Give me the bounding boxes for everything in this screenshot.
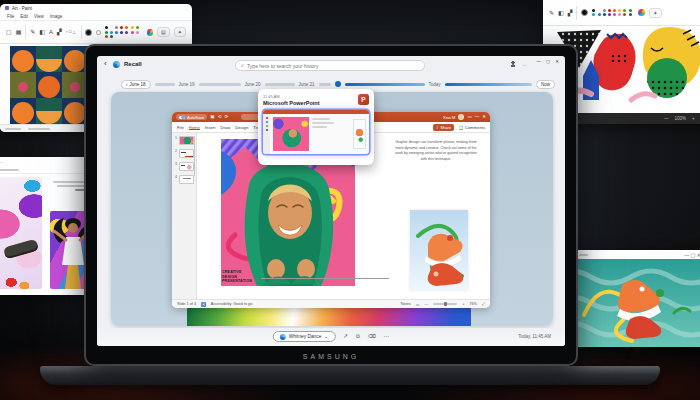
more-options-button[interactable]: ⋯ (384, 334, 390, 340)
slide-title-text[interactable]: CREATIVE DESIGN PRESENTATION (222, 270, 252, 284)
color-swatch[interactable] (608, 13, 611, 16)
zoom-in-icon[interactable]: + (692, 116, 695, 121)
color-swatch[interactable] (613, 13, 616, 16)
color-swatch[interactable] (629, 9, 632, 12)
color-swatch[interactable] (613, 9, 616, 12)
save-icon[interactable]: ▣ (210, 115, 214, 120)
color-swatch[interactable] (125, 26, 128, 29)
view-icons[interactable]: ▭ (416, 302, 420, 307)
shapes-tool-icon[interactable]: ○□△ (66, 30, 77, 34)
color-swatch[interactable] (115, 26, 118, 29)
copilot-button[interactable]: ✦ (174, 27, 186, 37)
color-swatch[interactable] (592, 13, 595, 16)
comments-button[interactable]: ❑ Comments (459, 125, 485, 130)
pencil-tool-icon[interactable]: ✎ (549, 10, 554, 16)
open-in-app-button[interactable]: ↗ (343, 334, 348, 340)
menu-file[interactable]: File (7, 14, 14, 19)
menu-image[interactable]: Image (50, 14, 63, 19)
color-swatch[interactable] (105, 26, 108, 29)
color-swatch[interactable] (105, 35, 108, 38)
slide-thumbnail-2[interactable]: 2 (175, 149, 194, 158)
tab-home[interactable]: Home (189, 125, 200, 130)
slide-body-text[interactable]: Graphic design can transform photos, mak… (394, 140, 478, 162)
copy-button[interactable]: ⧉ (356, 334, 360, 340)
timeline-segment[interactable] (265, 83, 295, 86)
brush-tool-icon[interactable]: ▞ (57, 29, 62, 35)
maximize-button[interactable]: ▢ (546, 59, 550, 64)
color-swatch[interactable] (598, 9, 601, 12)
zoom-level[interactable]: 76% (469, 302, 477, 306)
copilot-button[interactable]: ✦ (649, 8, 661, 18)
share-button[interactable]: ⤴ Share (433, 124, 454, 131)
color-swatch[interactable] (592, 9, 595, 12)
snapshot-popup-card[interactable]: 11:45 AM Microsoft PowerPoint P (258, 89, 374, 165)
accessibility-status[interactable]: Accessibility: Good to go (211, 302, 253, 306)
minimize-button[interactable]: — (536, 59, 541, 64)
sneaker-image[interactable] (410, 210, 468, 290)
pencil-tool-icon[interactable]: ✎ (30, 29, 35, 35)
zoom-slider[interactable] (433, 303, 457, 305)
color-swatch[interactable] (623, 9, 626, 12)
color-swatch[interactable] (120, 26, 123, 29)
fill-tool-icon[interactable]: ◧ (558, 10, 564, 16)
fit-slide-icon[interactable]: ⤢ (482, 302, 485, 306)
zoom-in-icon[interactable]: + (462, 302, 464, 306)
brush-tool-icon[interactable]: ▞ (568, 10, 573, 16)
minimize-button[interactable]: — (475, 115, 480, 120)
color-swatch[interactable] (618, 13, 621, 16)
timeline-segment[interactable] (319, 83, 331, 86)
edit-colors-icon[interactable] (147, 29, 153, 36)
timeline-active-segment[interactable] (445, 83, 532, 86)
color-swatch[interactable] (110, 35, 113, 38)
paint-zoom-level[interactable]: 100% (675, 116, 687, 121)
color-swatch[interactable] (618, 9, 621, 12)
redo-icon[interactable]: ⟳ (224, 115, 228, 120)
image-tool-icon[interactable]: ▦ (16, 29, 22, 35)
scrollbar[interactable] (194, 136, 196, 176)
tab-file[interactable]: File (177, 125, 184, 130)
more-icon[interactable]: ⋯ (0, 159, 4, 165)
color-swatch[interactable] (608, 9, 611, 12)
restore-button[interactable]: ▭ (467, 115, 471, 120)
back-icon[interactable]: ‹ (104, 60, 107, 68)
color-swatch[interactable] (131, 26, 134, 29)
account-icon[interactable] (510, 61, 516, 67)
color-swatch[interactable] (125, 31, 128, 34)
color-palette[interactable] (592, 9, 634, 17)
autosave-toggle[interactable]: AutoSave (176, 114, 207, 120)
snapshot-thumbnail[interactable] (263, 110, 369, 154)
color-swatch[interactable] (603, 13, 606, 16)
close-button[interactable]: ✕ (482, 115, 486, 120)
color-swatch[interactable] (136, 26, 139, 29)
zoom-out-icon[interactable]: — (424, 302, 428, 306)
layers-button[interactable]: ▤ (157, 27, 170, 37)
primary-color-swatch[interactable] (581, 9, 588, 16)
menu-view[interactable]: View (34, 14, 44, 19)
delete-button[interactable]: ⌫ (368, 334, 376, 340)
tab-insert[interactable]: Insert (205, 125, 215, 130)
color-swatch[interactable] (105, 31, 108, 34)
window-controls[interactable]: — ▢ ✕ (684, 252, 700, 258)
fill-tool-icon[interactable]: ◧ (39, 29, 45, 35)
tab-draw[interactable]: Draw (220, 125, 230, 130)
slide-thumbnail-4[interactable]: 4 (175, 175, 194, 184)
notes-button[interactable]: Notes (401, 302, 411, 306)
slide-thumbnail-1[interactable]: 1 (175, 136, 194, 145)
timeline-active-segment[interactable] (345, 83, 425, 86)
color-swatch[interactable] (623, 13, 626, 16)
text-tool-icon[interactable]: A (49, 29, 53, 35)
snapshot-source-pill[interactable]: Whitney Dance ⌄ (273, 331, 336, 342)
more-icon[interactable]: … (522, 61, 527, 67)
undo-icon[interactable]: ⟲ (218, 115, 222, 120)
timeline-segment[interactable] (199, 83, 241, 86)
color-swatch[interactable] (629, 13, 632, 16)
menu-edit[interactable]: Edit (20, 14, 28, 19)
color-swatch[interactable] (136, 31, 139, 34)
purple-wave-artwork[interactable] (0, 177, 42, 289)
edit-colors-icon[interactable] (638, 9, 645, 16)
tab-design[interactable]: Design (235, 125, 248, 130)
color-swatch[interactable] (110, 31, 113, 34)
close-button[interactable]: ✕ (555, 59, 559, 64)
color-palette[interactable] (105, 26, 143, 38)
recall-search-input[interactable]: ⌕ Type here to search your history (235, 60, 425, 71)
